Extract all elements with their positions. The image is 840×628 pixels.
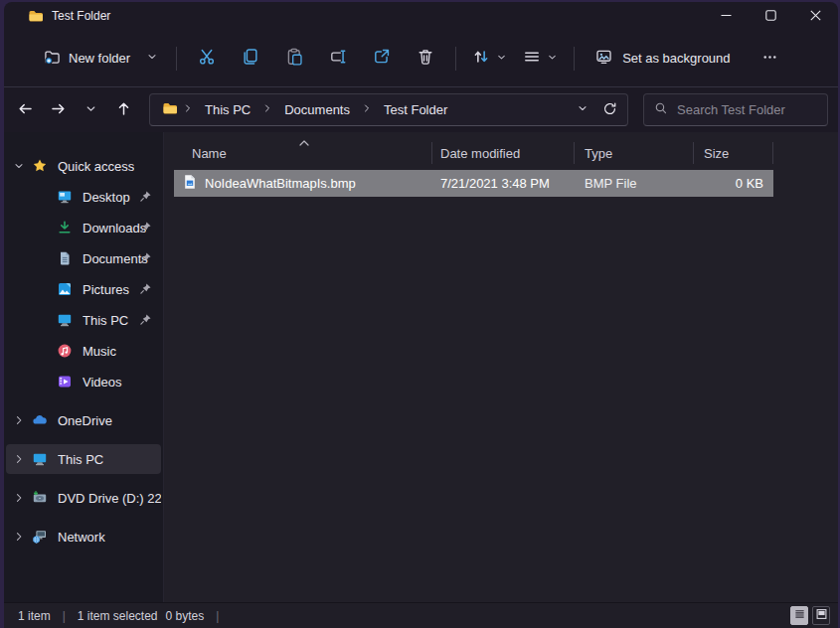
explorer-window: Test Folder New folder — [4, 2, 838, 628]
rename-button[interactable] — [316, 41, 360, 77]
up-button[interactable] — [108, 94, 139, 125]
sidebar-item-documents[interactable]: Documents — [6, 243, 161, 273]
close-icon — [810, 9, 821, 24]
search-input[interactable] — [677, 102, 817, 117]
file-row[interactable]: NoIdeaWhatBitmapIs.bmp 7/21/2021 3:48 PM… — [174, 170, 773, 197]
set-background-icon — [594, 48, 613, 69]
collapse-chevron-icon[interactable] — [6, 160, 32, 172]
file-list-pane: Name Date modified Type Size NoIdeaWhatB… — [164, 132, 838, 602]
details-view-icon — [794, 608, 805, 623]
column-header-size[interactable]: Size — [694, 142, 773, 164]
sidebar-item-this-pc-pinned[interactable]: This PC — [6, 305, 161, 335]
column-header-type[interactable]: Type — [575, 142, 694, 164]
set-as-background-label: Set as background — [622, 51, 730, 66]
refresh-button[interactable] — [595, 97, 623, 123]
breadcrumb-this-pc[interactable]: This PC — [198, 98, 257, 121]
close-button[interactable] — [793, 2, 838, 30]
this-pc-icon — [57, 312, 73, 328]
sidebar-item-label: Desktop — [83, 190, 130, 205]
view-button[interactable] — [515, 40, 566, 77]
copy-icon — [242, 48, 259, 69]
music-icon — [57, 343, 73, 359]
share-button[interactable] — [360, 41, 404, 77]
sidebar-item-label: Documents — [83, 251, 148, 266]
cut-button[interactable] — [185, 41, 229, 77]
paste-button[interactable] — [272, 41, 316, 77]
sidebar-item-label: Downloads — [83, 221, 146, 236]
sidebar-item-quick-access[interactable]: Quick access — [6, 151, 161, 181]
recent-locations-button[interactable] — [76, 94, 106, 125]
main-area: Quick access Desktop Downloads Documents… — [4, 132, 838, 602]
set-as-background-button[interactable]: Set as background — [583, 40, 742, 77]
new-folder-button[interactable]: New folder — [34, 41, 168, 77]
expand-chevron-icon[interactable] — [6, 414, 32, 426]
column-header-date-modified[interactable]: Date modified — [432, 142, 575, 164]
copy-button[interactable] — [229, 41, 272, 77]
breadcrumb-separator-icon — [361, 102, 373, 117]
breadcrumb-documents[interactable]: Documents — [277, 98, 357, 121]
thumbnail-view-button[interactable] — [812, 606, 830, 625]
this-pc-icon — [32, 451, 48, 467]
sidebar-item-label: Pictures — [83, 282, 129, 297]
sidebar-item-videos[interactable]: Videos — [6, 367, 161, 396]
command-bar: New folder — [4, 30, 838, 86]
sidebar-item-dvd-drive[interactable]: DVD Drive (D:) 22000 — [6, 483, 161, 513]
address-dropdown-button[interactable] — [570, 97, 595, 123]
address-folder-icon — [162, 100, 178, 119]
file-type: BMP File — [575, 176, 694, 191]
delete-button[interactable] — [404, 41, 447, 77]
back-icon — [17, 100, 34, 120]
sidebar-item-desktop[interactable]: Desktop — [6, 182, 161, 212]
sidebar-item-label: Music — [83, 344, 116, 359]
more-options-button[interactable] — [749, 41, 792, 77]
sidebar-item-network[interactable]: Network — [6, 522, 161, 551]
sidebar-item-label: Network — [58, 530, 105, 545]
sort-button[interactable] — [464, 40, 515, 77]
back-button[interactable] — [10, 94, 41, 125]
sidebar-item-music[interactable]: Music — [6, 336, 161, 366]
status-divider: | — [63, 609, 66, 623]
file-size: 0 KB — [694, 176, 773, 191]
sidebar: Quick access Desktop Downloads Documents… — [4, 132, 164, 602]
expand-chevron-icon[interactable] — [6, 492, 32, 504]
new-folder-icon — [44, 49, 61, 69]
sidebar-item-downloads[interactable]: Downloads — [6, 213, 161, 242]
breadcrumb-test-folder[interactable]: Test Folder — [377, 98, 454, 121]
sidebar-item-onedrive[interactable]: OneDrive — [6, 405, 161, 435]
pictures-icon — [57, 281, 73, 297]
sidebar-item-label: Videos — [83, 375, 122, 390]
thumbnail-view-icon — [816, 608, 827, 623]
navigation-bar: This PC Documents Test Folder — [4, 86, 838, 132]
address-bar[interactable]: This PC Documents Test Folder — [149, 93, 628, 126]
chevron-down-icon — [547, 51, 558, 66]
minimize-button[interactable] — [704, 2, 749, 30]
toolbar-divider — [455, 47, 456, 71]
forward-button[interactable] — [43, 94, 74, 125]
status-divider: | — [216, 609, 219, 623]
search-icon — [654, 101, 668, 118]
titlebar: Test Folder — [4, 2, 838, 30]
sidebar-item-pictures[interactable]: Pictures — [6, 274, 161, 304]
folder-icon — [28, 8, 44, 24]
sidebar-item-this-pc[interactable]: This PC — [6, 444, 161, 474]
file-date-modified: 7/21/2021 3:48 PM — [432, 176, 575, 191]
cut-icon — [198, 48, 216, 69]
details-view-button[interactable] — [790, 606, 808, 625]
window-controls — [704, 2, 838, 30]
toolbar-divider — [176, 47, 177, 71]
sidebar-item-label: Quick access — [58, 159, 134, 174]
minimize-icon — [721, 9, 732, 24]
onedrive-icon — [32, 412, 48, 428]
share-icon — [373, 48, 391, 69]
breadcrumb-separator-icon — [182, 102, 194, 117]
maximize-button[interactable] — [749, 2, 793, 30]
chevron-down-icon — [577, 102, 588, 117]
downloads-icon — [57, 220, 73, 236]
pin-icon — [139, 251, 152, 264]
up-icon — [115, 100, 132, 120]
star-icon — [32, 158, 48, 174]
desktop-icon — [57, 189, 73, 205]
expand-chevron-icon[interactable] — [6, 453, 32, 465]
pin-icon — [139, 282, 152, 295]
expand-chevron-icon[interactable] — [6, 531, 32, 543]
